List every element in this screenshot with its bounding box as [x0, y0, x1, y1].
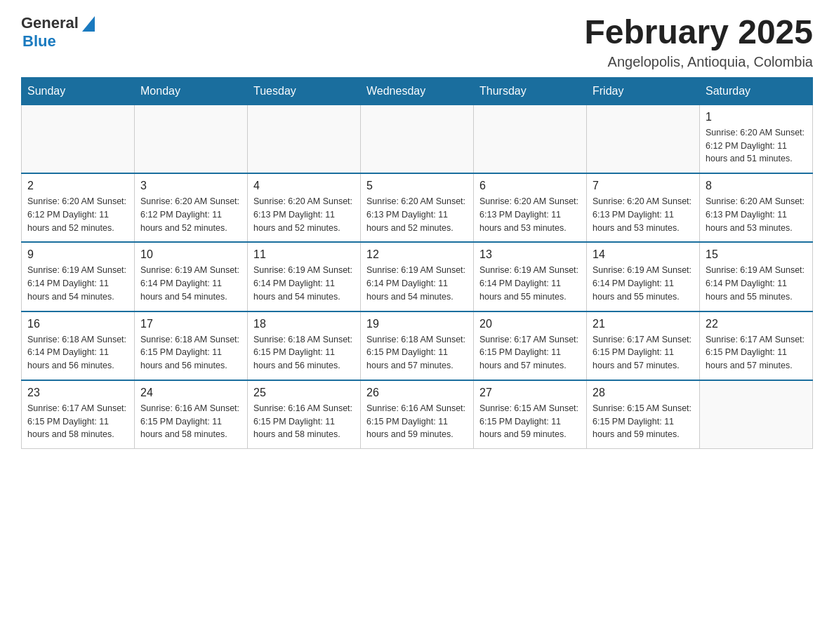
calendar-day: 12Sunrise: 6:19 AM Sunset: 6:14 PM Dayli… [361, 242, 474, 311]
day-number: 26 [366, 387, 468, 399]
day-info: Sunrise: 6:18 AM Sunset: 6:15 PM Dayligh… [366, 333, 468, 373]
calendar-day [587, 105, 700, 173]
calendar-week-row: 2Sunrise: 6:20 AM Sunset: 6:12 PM Daylig… [22, 173, 813, 242]
day-number: 21 [593, 318, 694, 330]
day-number: 14 [593, 248, 694, 261]
day-number: 17 [140, 318, 241, 330]
day-of-week-saturday: Saturday [700, 77, 813, 105]
day-info: Sunrise: 6:16 AM Sunset: 6:15 PM Dayligh… [140, 402, 241, 441]
calendar-day: 28Sunrise: 6:15 AM Sunset: 6:15 PM Dayli… [587, 380, 700, 449]
day-info: Sunrise: 6:18 AM Sunset: 6:15 PM Dayligh… [253, 333, 355, 373]
day-number: 5 [366, 180, 468, 192]
calendar-subtitle: Angelopolis, Antioquia, Colombia [584, 54, 813, 70]
calendar-day: 23Sunrise: 6:17 AM Sunset: 6:15 PM Dayli… [22, 380, 135, 449]
day-info: Sunrise: 6:19 AM Sunset: 6:14 PM Dayligh… [140, 264, 241, 303]
calendar-day: 5Sunrise: 6:20 AM Sunset: 6:13 PM Daylig… [361, 173, 474, 242]
page-header: General Blue February 2025 Angelopolis, … [21, 14, 813, 70]
day-info: Sunrise: 6:16 AM Sunset: 6:15 PM Dayligh… [366, 402, 468, 441]
day-number: 22 [706, 318, 807, 330]
day-info: Sunrise: 6:20 AM Sunset: 6:13 PM Dayligh… [366, 195, 468, 234]
calendar-day: 24Sunrise: 6:16 AM Sunset: 6:15 PM Dayli… [135, 380, 248, 449]
calendar-day: 26Sunrise: 6:16 AM Sunset: 6:15 PM Dayli… [361, 380, 474, 449]
day-info: Sunrise: 6:18 AM Sunset: 6:15 PM Dayligh… [140, 333, 241, 373]
calendar-day: 20Sunrise: 6:17 AM Sunset: 6:15 PM Dayli… [474, 311, 587, 380]
day-number: 8 [706, 180, 807, 192]
calendar-title: February 2025 [584, 14, 813, 51]
day-info: Sunrise: 6:16 AM Sunset: 6:15 PM Dayligh… [253, 402, 355, 441]
calendar-day: 6Sunrise: 6:20 AM Sunset: 6:13 PM Daylig… [474, 173, 587, 242]
calendar-day [248, 105, 361, 173]
day-number: 11 [253, 248, 355, 261]
calendar-day: 19Sunrise: 6:18 AM Sunset: 6:15 PM Dayli… [361, 311, 474, 380]
day-info: Sunrise: 6:20 AM Sunset: 6:13 PM Dayligh… [253, 195, 355, 234]
day-info: Sunrise: 6:20 AM Sunset: 6:12 PM Dayligh… [140, 195, 241, 234]
day-info: Sunrise: 6:19 AM Sunset: 6:14 PM Dayligh… [366, 264, 468, 303]
day-info: Sunrise: 6:19 AM Sunset: 6:14 PM Dayligh… [253, 264, 355, 303]
day-info: Sunrise: 6:15 AM Sunset: 6:15 PM Dayligh… [479, 402, 581, 441]
day-number: 19 [366, 318, 468, 330]
calendar-day [22, 105, 135, 173]
day-info: Sunrise: 6:19 AM Sunset: 6:14 PM Dayligh… [706, 264, 807, 303]
day-number: 28 [593, 387, 694, 399]
day-of-week-tuesday: Tuesday [248, 77, 361, 105]
day-info: Sunrise: 6:20 AM Sunset: 6:12 PM Dayligh… [27, 195, 128, 234]
day-number: 24 [140, 387, 241, 399]
day-number: 9 [27, 248, 128, 261]
calendar-week-row: 23Sunrise: 6:17 AM Sunset: 6:15 PM Dayli… [22, 380, 813, 449]
calendar-day: 11Sunrise: 6:19 AM Sunset: 6:14 PM Dayli… [248, 242, 361, 311]
day-info: Sunrise: 6:18 AM Sunset: 6:14 PM Dayligh… [27, 333, 128, 373]
calendar-day [474, 105, 587, 173]
calendar-day: 4Sunrise: 6:20 AM Sunset: 6:13 PM Daylig… [248, 173, 361, 242]
calendar-day [700, 380, 813, 449]
calendar-day: 3Sunrise: 6:20 AM Sunset: 6:12 PM Daylig… [135, 173, 248, 242]
day-number: 18 [253, 318, 355, 330]
day-info: Sunrise: 6:15 AM Sunset: 6:15 PM Dayligh… [593, 402, 694, 441]
day-number: 13 [479, 248, 581, 261]
day-of-week-friday: Friday [587, 77, 700, 105]
day-number: 1 [706, 111, 807, 123]
calendar-day: 25Sunrise: 6:16 AM Sunset: 6:15 PM Dayli… [248, 380, 361, 449]
day-number: 15 [706, 248, 807, 261]
calendar-day: 2Sunrise: 6:20 AM Sunset: 6:12 PM Daylig… [22, 173, 135, 242]
logo-text-general: General [21, 14, 79, 32]
logo-text-blue: Blue [22, 32, 56, 51]
day-info: Sunrise: 6:17 AM Sunset: 6:15 PM Dayligh… [27, 402, 128, 441]
calendar-day [361, 105, 474, 173]
day-info: Sunrise: 6:19 AM Sunset: 6:14 PM Dayligh… [593, 264, 694, 303]
calendar-day: 13Sunrise: 6:19 AM Sunset: 6:14 PM Dayli… [474, 242, 587, 311]
day-info: Sunrise: 6:17 AM Sunset: 6:15 PM Dayligh… [593, 333, 694, 373]
logo: General Blue [21, 14, 95, 51]
calendar-day: 22Sunrise: 6:17 AM Sunset: 6:15 PM Dayli… [700, 311, 813, 380]
logo-triangle-icon [82, 16, 95, 32]
title-section: February 2025 Angelopolis, Antioquia, Co… [584, 14, 813, 70]
calendar-day: 18Sunrise: 6:18 AM Sunset: 6:15 PM Dayli… [248, 311, 361, 380]
calendar-day: 16Sunrise: 6:18 AM Sunset: 6:14 PM Dayli… [22, 311, 135, 380]
day-of-week-wednesday: Wednesday [361, 77, 474, 105]
day-number: 6 [479, 180, 581, 192]
day-number: 7 [593, 180, 694, 192]
day-number: 3 [140, 180, 241, 192]
days-of-week-row: SundayMondayTuesdayWednesdayThursdayFrid… [22, 77, 813, 105]
day-number: 27 [479, 387, 581, 399]
day-number: 25 [253, 387, 355, 399]
calendar-day: 1Sunrise: 6:20 AM Sunset: 6:12 PM Daylig… [700, 105, 813, 173]
day-of-week-sunday: Sunday [22, 77, 135, 105]
day-info: Sunrise: 6:20 AM Sunset: 6:13 PM Dayligh… [706, 195, 807, 234]
day-number: 23 [27, 387, 128, 399]
calendar-day: 9Sunrise: 6:19 AM Sunset: 6:14 PM Daylig… [22, 242, 135, 311]
calendar-day: 21Sunrise: 6:17 AM Sunset: 6:15 PM Dayli… [587, 311, 700, 380]
day-number: 2 [27, 180, 128, 192]
day-info: Sunrise: 6:20 AM Sunset: 6:13 PM Dayligh… [593, 195, 694, 234]
day-of-week-thursday: Thursday [474, 77, 587, 105]
day-info: Sunrise: 6:19 AM Sunset: 6:14 PM Dayligh… [479, 264, 581, 303]
day-number: 20 [479, 318, 581, 330]
calendar-day: 8Sunrise: 6:20 AM Sunset: 6:13 PM Daylig… [700, 173, 813, 242]
calendar-week-row: 9Sunrise: 6:19 AM Sunset: 6:14 PM Daylig… [22, 242, 813, 311]
day-number: 4 [253, 180, 355, 192]
day-info: Sunrise: 6:17 AM Sunset: 6:15 PM Dayligh… [706, 333, 807, 373]
calendar-table: SundayMondayTuesdayWednesdayThursdayFrid… [21, 77, 813, 449]
day-info: Sunrise: 6:20 AM Sunset: 6:12 PM Dayligh… [706, 126, 807, 166]
day-info: Sunrise: 6:17 AM Sunset: 6:15 PM Dayligh… [479, 333, 581, 373]
day-info: Sunrise: 6:20 AM Sunset: 6:13 PM Dayligh… [479, 195, 581, 234]
calendar-day: 15Sunrise: 6:19 AM Sunset: 6:14 PM Dayli… [700, 242, 813, 311]
